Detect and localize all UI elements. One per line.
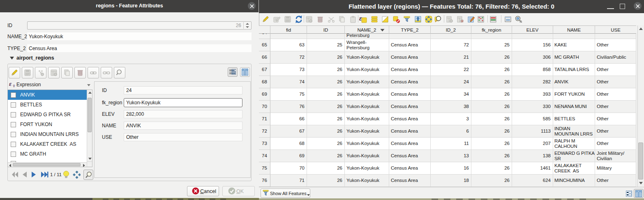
svg-text:ε: ε — [359, 15, 362, 22]
